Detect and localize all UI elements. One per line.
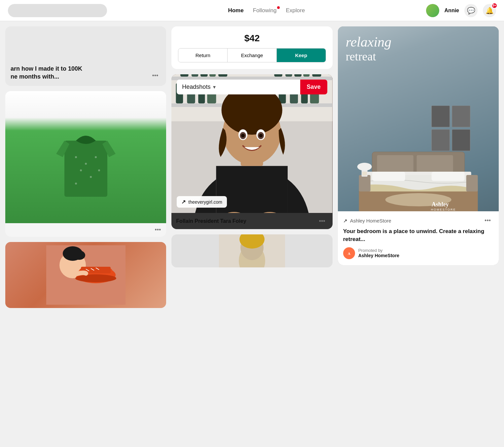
- navbar: Home Following Explore Annie 💬 🔔 9+: [0, 0, 504, 21]
- nav-following[interactable]: Following: [253, 7, 277, 14]
- partial-image-col2: [219, 234, 285, 267]
- svg-point-8: [75, 183, 77, 185]
- svg-rect-63: [431, 106, 450, 127]
- nav-links: Home Following Explore: [118, 7, 415, 14]
- keep-button[interactable]: Keep: [277, 49, 326, 62]
- shoe-svg: [46, 245, 126, 305]
- source-tag: ↗ theeverygirl.com: [177, 196, 227, 208]
- svg-rect-33: [295, 74, 302, 77]
- svg-rect-31: [274, 74, 282, 77]
- svg-rect-35: [312, 74, 321, 77]
- headshot-card-more[interactable]: •••: [316, 216, 328, 226]
- svg-point-3: [75, 156, 77, 158]
- ashley-brand-row: ↗ Ashley HomeStore •••: [343, 216, 493, 225]
- svg-rect-29: [209, 74, 216, 77]
- learn-text: arn how I made it to 100K ne months with…: [11, 65, 149, 81]
- shirt-card-footer: •••: [5, 223, 166, 237]
- following-dot: [277, 6, 280, 9]
- main-content: arn how I made it to 100K ne months with…: [0, 21, 504, 313]
- retreat-description: Your bedroom is a place to unwind. Creat…: [343, 227, 493, 243]
- headshot-action-bar: Headshots ▾ Save: [177, 80, 327, 94]
- svg-point-13: [73, 251, 85, 260]
- ashley-brand-link[interactable]: ↗ Ashley HomeStore: [343, 218, 391, 224]
- svg-rect-30: [218, 74, 227, 77]
- svg-point-7: [90, 176, 92, 178]
- svg-rect-26: [180, 74, 188, 77]
- bedroom-svg: Ashley HOMESTORE: [338, 106, 499, 211]
- svg-rect-78: [466, 175, 478, 191]
- svg-rect-32: [286, 74, 292, 77]
- save-button[interactable]: Save: [300, 80, 327, 94]
- svg-point-76: [357, 163, 372, 171]
- search-bar[interactable]: [8, 4, 107, 17]
- svg-rect-44: [216, 166, 288, 213]
- svg-rect-77: [362, 172, 367, 176]
- promoted-text: Promoted by Ashley HomeStore: [358, 248, 399, 258]
- retreat-card[interactable]: relaxing retreat: [338, 26, 499, 265]
- ashley-icon-svg: A: [345, 250, 353, 257]
- notifications-button[interactable]: 🔔 9+: [483, 4, 496, 17]
- promoted-row: A Promoted by Ashley HomeStore: [343, 247, 493, 262]
- svg-rect-27: [192, 74, 198, 77]
- retreat-image: relaxing retreat: [338, 26, 499, 211]
- svg-rect-73: [431, 172, 464, 181]
- svg-rect-66: [452, 129, 470, 151]
- svg-point-53: [259, 134, 263, 137]
- shoe-card[interactable]: [5, 242, 166, 308]
- headshot-image: ↗ theeverygirl.com: [171, 74, 332, 213]
- external-link-icon: ↗: [181, 199, 186, 205]
- notification-badge: 9+: [491, 3, 497, 9]
- username-label: Annie: [445, 8, 459, 14]
- headshot-board-selector[interactable]: Headshots ▾: [177, 80, 300, 94]
- promoted-brand-icon: A: [343, 247, 355, 259]
- shirt-svg: [56, 114, 116, 200]
- ashley-card-info: ↗ Ashley HomeStore ••• Your bedroom is a…: [338, 211, 499, 265]
- svg-rect-34: [304, 74, 310, 77]
- retreat-text: relaxing retreat: [346, 34, 391, 63]
- svg-point-5: [95, 156, 97, 158]
- shirt-card-more[interactable]: •••: [152, 225, 163, 235]
- external-link-icon: ↗: [343, 218, 347, 224]
- svg-text:HOMESTORE: HOMESTORE: [431, 208, 456, 211]
- svg-text:A: A: [348, 252, 350, 256]
- shirt-card[interactable]: •••: [5, 91, 166, 237]
- svg-point-9: [98, 169, 100, 171]
- exchange-button[interactable]: Exchange: [228, 49, 277, 62]
- chat-icon: 💬: [467, 7, 475, 15]
- headshot-card[interactable]: Headshots ▾ Save: [171, 74, 332, 229]
- nav-home[interactable]: Home: [228, 7, 243, 14]
- retreat-card-more[interactable]: •••: [482, 216, 493, 225]
- chevron-down-icon: ▾: [213, 84, 216, 90]
- svg-rect-74: [359, 175, 370, 191]
- column-1: arn how I made it to 100K ne months with…: [5, 26, 166, 308]
- shirt-image: [5, 91, 166, 223]
- return-button[interactable]: Return: [178, 49, 228, 62]
- headshot-caption: Follain President Tara Foley •••: [171, 213, 332, 229]
- learn-card[interactable]: arn how I made it to 100K ne months with…: [5, 26, 166, 86]
- svg-rect-72: [372, 172, 405, 181]
- nav-right: Annie 💬 🔔 9+: [426, 4, 496, 17]
- svg-point-52: [241, 134, 245, 137]
- svg-point-6: [80, 169, 82, 171]
- shoe-image: [5, 242, 166, 308]
- svg-rect-65: [431, 129, 450, 151]
- svg-point-17: [75, 274, 116, 282]
- price-card: $42 Return Exchange Keep: [171, 26, 332, 69]
- messages-button[interactable]: 💬: [464, 4, 478, 17]
- price-display: $42: [244, 33, 260, 44]
- svg-rect-64: [452, 106, 470, 127]
- svg-point-4: [85, 163, 87, 165]
- headshot-svg: [171, 74, 332, 213]
- avatar-image: [426, 4, 439, 17]
- avatar[interactable]: [426, 4, 439, 17]
- nav-explore[interactable]: Explore: [286, 7, 305, 14]
- svg-rect-28: [200, 74, 208, 77]
- svg-rect-0: [64, 141, 107, 197]
- column-3: relaxing retreat: [338, 26, 499, 265]
- masonry-grid: arn how I made it to 100K ne months with…: [5, 26, 499, 308]
- svg-text:Ashley: Ashley: [431, 201, 449, 208]
- learn-card-more[interactable]: •••: [149, 71, 161, 81]
- price-action-buttons: Return Exchange Keep: [178, 48, 326, 62]
- bottom-partial-col2[interactable]: [171, 234, 332, 267]
- column-2: $42 Return Exchange Keep Headshots ▾ Sav…: [171, 26, 332, 267]
